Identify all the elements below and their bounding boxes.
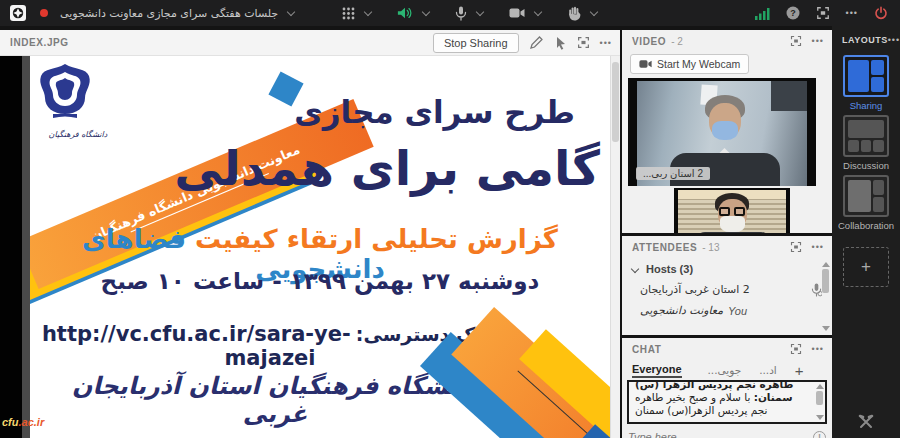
start-webcam-button[interactable]: Start My Webcam (630, 54, 749, 74)
chat-scrollbar[interactable] (815, 384, 824, 420)
hosts-collapse-chevron-icon[interactable] (631, 264, 639, 272)
chat-pod-title: CHAT (632, 344, 661, 355)
chat-new-tab-button[interactable]: + (795, 362, 804, 379)
layout-cell (873, 180, 884, 195)
layout-cell (848, 60, 869, 92)
webcam-feed-2[interactable] (674, 188, 790, 233)
meeting-title[interactable]: جلسات هفتگی سرای مجازی معاونت دانشجویی (60, 7, 278, 20)
stop-sharing-button[interactable]: Stop Sharing (433, 33, 519, 53)
participant2-glasses-left-shape (719, 207, 730, 216)
pods-chevron-icon[interactable] (364, 8, 372, 16)
layout-cell (871, 60, 884, 75)
video-pod: VIDEO - 2 ••• Start My Webcam (622, 30, 832, 233)
attendee-row-self[interactable]: معاونت دانشجویی You (622, 300, 832, 321)
adobe-connect-logo-icon[interactable] (10, 5, 26, 21)
share-pod-header: INDEX.JPG Stop Sharing (0, 30, 620, 56)
logo-caption: دانشگاه فرهنگیان (38, 130, 118, 139)
webcam-feed-1-name-label: ...ربی‎ استان‎ 2 (636, 167, 710, 180)
wall-dark-shape (771, 81, 807, 111)
add-layout-button[interactable]: + (843, 247, 889, 287)
chat-info-icon[interactable]: ! (813, 431, 826, 438)
video-pod-menu-icon[interactable]: ••• (812, 36, 824, 46)
layout-cell (848, 140, 859, 153)
speaker-chevron-icon[interactable] (422, 8, 430, 16)
meeting-menu-chevron-icon[interactable] (287, 8, 295, 16)
connection-status-icon[interactable] (755, 7, 770, 20)
participant2-glasses-right-shape (734, 207, 745, 216)
chat-tabs: Everyone ...جویی ...اد + (622, 360, 832, 380)
hosts-group-label: Hosts (3) (646, 263, 693, 275)
attendees-scrollbar[interactable] (821, 262, 830, 331)
raise-hand-chevron-icon[interactable] (590, 8, 598, 16)
shared-document-view[interactable]: cfu.ac.ir معاونت دانشجویی دانشگاه فرهنگی… (0, 56, 620, 438)
fullscreen-icon[interactable] (816, 6, 830, 20)
layouts-menu-icon[interactable]: ••• (888, 35, 900, 45)
layout-sharing-label[interactable]: Sharing (832, 100, 900, 111)
hosts-group-row[interactable]: Hosts (3) (622, 258, 832, 279)
chat-pod-menu-icon[interactable]: ••• (812, 344, 824, 354)
attendee-row[interactable]: آذربایجان‎ غربی‎ استان‎ 2 (622, 279, 832, 300)
chat-input[interactable] (628, 431, 813, 438)
participant2-mask-shape (720, 216, 745, 232)
layout-cell (848, 180, 871, 212)
exit-meeting-icon[interactable] (874, 6, 888, 20)
layout-sharing-thumbnail[interactable] (843, 55, 889, 97)
scroll-down-icon[interactable] (822, 326, 830, 331)
scroll-up-icon[interactable] (822, 262, 830, 267)
participant2-suit-shape (695, 232, 771, 233)
attendees-pod-title: ATTENDEES (632, 242, 697, 253)
attendees-scrollbar-thumb[interactable] (822, 269, 829, 293)
help-icon[interactable]: ? (786, 6, 800, 20)
webcam-chevron-icon[interactable] (534, 8, 542, 16)
webcam-feed-1[interactable]: ...ربی‎ استان‎ 2 (628, 78, 816, 186)
pointer-icon[interactable] (554, 36, 567, 50)
share-scrollbar[interactable] (610, 56, 620, 438)
chat-scroll-up-icon[interactable] (816, 384, 824, 389)
more-options-icon[interactable]: ••• (846, 8, 858, 18)
attendees-fullscreen-icon[interactable] (790, 241, 802, 253)
share-pod-menu-icon[interactable]: ••• (600, 38, 612, 48)
poster-footer: دانشگاه فرهنگیان استان آذربایجان غربی (55, 372, 495, 428)
share-scrollbar-thumb[interactable] (612, 62, 619, 142)
poster-subtitle-orange: گزارش تحلیلی ارتقاء کیفیت (195, 224, 558, 254)
layout-discussion-label[interactable]: Discussion (832, 160, 900, 171)
layouts-sidebar: LAYOUTS ••• Sharing Discussion Collabora… (832, 26, 900, 438)
recording-indicator (40, 9, 48, 17)
layout-collaboration-thumbnail[interactable] (843, 175, 889, 217)
farhangian-university-logo-icon (38, 62, 92, 128)
pod-options-tools-icon[interactable] (858, 414, 874, 430)
video-fullscreen-icon[interactable] (790, 35, 802, 47)
pods-grid-icon[interactable] (342, 7, 355, 20)
webcam-button-icon (639, 59, 652, 69)
webcam-icon[interactable] (509, 7, 525, 19)
layout-discussion-thumbnail[interactable] (843, 115, 889, 157)
link-url: http://vc.cfu.ac.ir/sara-ye-majazei (42, 322, 351, 370)
participant1-mask-shape (712, 121, 738, 140)
raise-hand-icon[interactable] (567, 6, 581, 21)
layout-cell (873, 140, 884, 153)
share-fullscreen-icon[interactable] (577, 36, 590, 49)
microphone-chevron-icon[interactable] (476, 8, 484, 16)
chat-pod-header: CHAT ••• (622, 338, 832, 360)
chat-tab-private-1[interactable]: ...جویی (708, 364, 742, 376)
letterbox-band (0, 56, 22, 438)
chat-tab-private-2[interactable]: ...اد (759, 364, 777, 376)
chat-pod: CHAT ••• Everyone ...جویی ...اد + طاهره … (622, 338, 832, 438)
microphone-icon[interactable] (455, 6, 467, 21)
chat-tab-everyone[interactable]: Everyone (632, 363, 682, 378)
cfu-watermark: cfu.ac.ir (2, 416, 44, 428)
chat-fullscreen-icon[interactable] (790, 343, 802, 355)
poster-title-small: طرح سرای مجازی (294, 94, 575, 130)
chat-scroll-down-icon[interactable] (816, 415, 824, 420)
layout-cell (861, 140, 872, 153)
attendee-self-name: معاونت دانشجویی (640, 304, 723, 317)
chat-message-text: با سلام و صبح بخیر طاهره نجم پردیس الزهر… (635, 391, 768, 416)
video-pod-title: VIDEO (632, 36, 666, 47)
chat-scrollbar-thumb[interactable] (816, 391, 823, 405)
layout-collaboration-label[interactable]: Collaboration (832, 220, 900, 231)
speaker-icon[interactable] (397, 6, 413, 20)
attendees-pod-menu-icon[interactable]: ••• (812, 242, 824, 252)
attendee-name: آذربایجان‎ غربی‎ استان‎ 2 (640, 283, 750, 296)
draw-icon[interactable] (529, 35, 544, 50)
chat-message-area[interactable]: طاهره نجم پردیس الزهرا (س) سمنان: با سلا… (627, 380, 827, 424)
